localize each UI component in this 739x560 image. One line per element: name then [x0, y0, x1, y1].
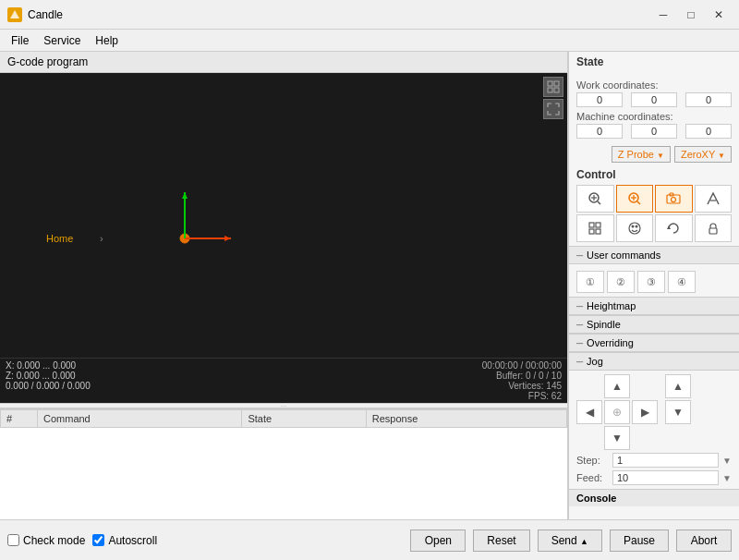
heightmap-header[interactable]: ─ Heightmap — [569, 297, 739, 315]
user-cmds-buttons: ① ② ③ ④ — [576, 271, 732, 293]
minimize-button[interactable]: ─ — [650, 5, 676, 25]
machine-coords-row: 0 0 0 — [576, 124, 732, 139]
menu-bar: File Service Help — [0, 30, 739, 52]
jog-z-down[interactable]: ▼ — [665, 400, 691, 424]
col-state: State — [242, 410, 366, 428]
left-panel: G-code program — [0, 52, 568, 519]
home-label: Home — [46, 233, 73, 244]
abort-button[interactable]: Abort — [676, 530, 732, 552]
app-title: Candle — [28, 8, 63, 21]
menu-file[interactable]: File — [4, 32, 36, 49]
control-buttons-row1 — [576, 185, 732, 213]
ctrl-zoom-fit[interactable] — [616, 185, 654, 213]
viewport[interactable]: Home › X: 0.000 ... 0.000 Z: 0.000 ... 0… — [0, 73, 567, 403]
svg-point-27 — [631, 225, 634, 228]
zeroxy-label: ZeroXY — [681, 149, 715, 160]
overriding-header[interactable]: ─ Overriding — [569, 334, 739, 352]
check-mode-container: Check mode — [7, 534, 85, 547]
right-panel: State Work coordinates: 0 0 0 Machine co… — [568, 52, 739, 519]
heightmap-collapse-icon: ─ — [576, 301, 583, 311]
send-arrow: ▲ — [580, 537, 588, 546]
jog-section: ▲ ◀ ⊕ ▶ ▼ ▲ ▼ Step: — [569, 371, 739, 489]
vp-fullscreen-btn[interactable] — [543, 99, 563, 119]
svg-rect-24 — [589, 229, 594, 234]
machine-coord-y: 0 — [631, 124, 677, 139]
autoscroll-label[interactable]: Autoscroll — [108, 534, 157, 547]
ctrl-zoom-home[interactable] — [576, 185, 614, 213]
reset-button[interactable]: Reset — [473, 530, 529, 552]
svg-line-11 — [598, 201, 600, 204]
work-coord-y: 0 — [631, 92, 677, 107]
menu-help[interactable]: Help — [88, 32, 126, 49]
pause-button[interactable]: Pause — [610, 530, 669, 552]
user-commands-header[interactable]: ─ User commands — [569, 246, 739, 264]
col-command: Command — [38, 410, 242, 428]
heightmap-label: Heightmap — [587, 300, 636, 311]
zprobe-label: Z Probe — [618, 149, 654, 160]
jog-z-up[interactable]: ▲ — [665, 374, 691, 398]
svg-rect-3 — [548, 88, 552, 92]
work-coord-z: 0 — [685, 92, 732, 107]
command-table-container: # Command State Response — [0, 408, 567, 519]
jog-header[interactable]: ─ Jog — [569, 352, 739, 371]
viewport-status: X: 0.000 ... 0.000 Z: 0.000 ... 0.000 0.… — [0, 358, 567, 403]
ctrl-reset[interactable] — [655, 214, 693, 242]
overriding-label: Overriding — [587, 337, 634, 348]
user-cmd-2[interactable]: ② — [607, 271, 635, 293]
viewport-toolbar — [543, 77, 563, 119]
svg-line-15 — [637, 201, 640, 204]
check-mode-checkbox[interactable] — [7, 534, 19, 546]
work-coords-label: Work coordinates: — [576, 79, 732, 91]
close-button[interactable]: ✕ — [706, 5, 732, 25]
state-section: Work coordinates: 0 0 0 Machine coordina… — [569, 72, 739, 144]
machine-coord-z: 0 — [685, 124, 732, 139]
feed-label: Feed: — [576, 472, 609, 483]
console-header: Console — [569, 489, 739, 506]
overriding-collapse-icon: ─ — [576, 338, 583, 348]
col-response: Response — [366, 410, 566, 428]
title-bar: Candle ─ □ ✕ — [0, 0, 739, 30]
main-container: G-code program — [0, 52, 739, 519]
user-cmd-4[interactable]: ④ — [668, 271, 696, 293]
spindle-header[interactable]: ─ Spindle — [569, 315, 739, 334]
jog-down[interactable]: ▼ — [604, 426, 630, 450]
step-dropdown[interactable]: ▼ — [722, 456, 732, 466]
ctrl-lock[interactable] — [695, 214, 733, 242]
machine-coord-x: 0 — [576, 124, 623, 139]
svg-point-26 — [629, 223, 640, 234]
menu-service[interactable]: Service — [36, 32, 88, 49]
machine-coords-label: Machine coordinates: — [576, 111, 732, 122]
user-cmd-3[interactable]: ③ — [637, 271, 665, 293]
svg-marker-7 — [224, 236, 231, 241]
ctrl-move-home[interactable] — [695, 185, 733, 213]
work-coord-x: 0 — [576, 92, 623, 107]
feed-dropdown[interactable]: ▼ — [722, 473, 732, 483]
ctrl-run[interactable] — [616, 214, 654, 242]
autoscroll-checkbox[interactable] — [92, 534, 104, 546]
autoscroll-container: Autoscroll — [92, 534, 157, 547]
svg-rect-25 — [596, 229, 600, 234]
check-mode-label[interactable]: Check mode — [23, 534, 85, 547]
zeroxy-button[interactable]: ZeroXY ▼ — [674, 146, 732, 163]
zeroxy-dropdown-arrow: ▼ — [718, 152, 725, 160]
title-bar-left: Candle — [7, 7, 63, 22]
jog-center: ⊕ — [604, 400, 630, 424]
maximize-button[interactable]: □ — [678, 5, 704, 25]
ctrl-camera[interactable] — [655, 185, 693, 213]
control-buttons-row2 — [576, 214, 732, 242]
zprobe-dropdown-arrow: ▼ — [657, 152, 664, 160]
send-button[interactable]: Send ▲ — [538, 530, 602, 552]
step-value: 1 — [612, 453, 719, 468]
gcode-header: G-code program — [0, 52, 567, 73]
user-cmd-1[interactable]: ① — [576, 271, 604, 293]
vp-settings-btn[interactable] — [543, 77, 563, 97]
ctrl-grid[interactable] — [576, 214, 614, 242]
jog-left[interactable]: ◀ — [576, 400, 602, 424]
jog-collapse-icon: ─ — [576, 357, 583, 367]
jog-right[interactable]: ▶ — [632, 400, 658, 424]
jog-up[interactable]: ▲ — [604, 374, 630, 398]
zprobe-button[interactable]: Z Probe ▼ — [612, 146, 671, 163]
svg-marker-0 — [10, 10, 19, 18]
open-button[interactable]: Open — [410, 530, 466, 552]
user-commands-label: User commands — [587, 250, 660, 261]
